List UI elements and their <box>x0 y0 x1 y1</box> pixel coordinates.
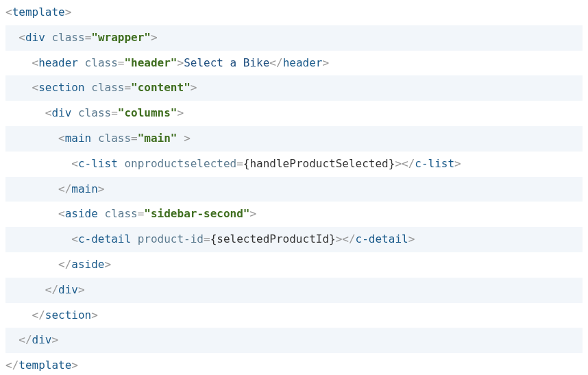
code-line: <template> <box>5 0 583 25</box>
code-line: <section class="content"> <box>5 75 583 101</box>
code-line: <aside class="sidebar-second"> <box>5 202 583 227</box>
code-line: </section> <box>5 303 583 328</box>
code-line: <header class="header">Select a Bike</he… <box>5 51 583 76</box>
code-block: <template> <div class="wrapper"> <header… <box>0 0 588 375</box>
code-line: <div class="wrapper"> <box>5 25 583 51</box>
code-line: </aside> <box>5 252 583 278</box>
code-line: </div> <box>5 328 583 353</box>
code-line: <main class="main" > <box>5 126 583 152</box>
code-line: <c-detail product-id={selectedProductId}… <box>5 227 583 252</box>
code-line: </main> <box>5 177 583 202</box>
code-line: </template> <box>5 353 583 375</box>
code-line: <div class="columns"> <box>5 101 583 126</box>
code-line: </div> <box>5 278 583 303</box>
code-line: <c-list onproductselected={handleProduct… <box>5 152 583 177</box>
